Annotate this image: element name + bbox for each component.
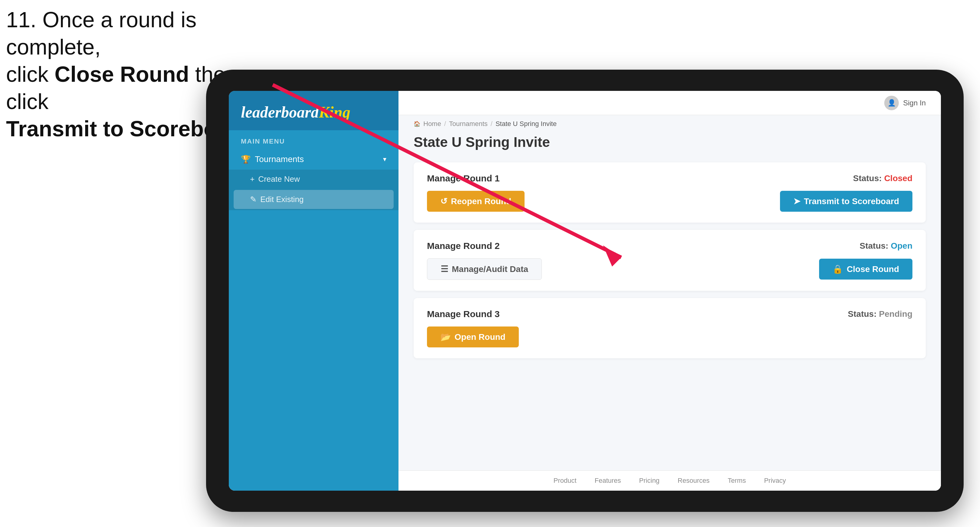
footer: Product Features Pricing Resources Terms… bbox=[398, 470, 941, 490]
tournaments-label: Tournaments bbox=[255, 154, 304, 164]
top-bar: 👤 Sign In bbox=[398, 91, 941, 115]
sign-in-label: Sign In bbox=[903, 99, 926, 107]
close-round-label: Close Round bbox=[847, 264, 899, 274]
tablet-screen: leaderboardKing MAIN MENU 🏆 Tournaments … bbox=[229, 91, 941, 490]
footer-pricing[interactable]: Pricing bbox=[639, 477, 659, 484]
home-icon: 🏠 bbox=[414, 121, 420, 127]
round-2-status: Status: Open bbox=[860, 241, 912, 251]
logo: leaderboardKing bbox=[241, 103, 387, 121]
breadcrumb-tournaments[interactable]: Tournaments bbox=[449, 120, 488, 128]
round-2-status-value: Open bbox=[891, 241, 912, 251]
manage-audit-button[interactable]: ☰ Manage/Audit Data bbox=[427, 258, 542, 280]
round-1-status: Status: Closed bbox=[853, 173, 912, 183]
plus-icon: + bbox=[250, 175, 255, 184]
sidebar: leaderboardKing MAIN MENU 🏆 Tournaments … bbox=[229, 91, 398, 490]
logo-part1: leaderboard bbox=[241, 103, 319, 121]
main-content: 👤 Sign In 🏠 Home / Tournaments / State U… bbox=[398, 91, 941, 490]
reopen-round-button[interactable]: ↺ Reopen Round bbox=[427, 191, 525, 212]
logo-area: leaderboardKing bbox=[229, 91, 398, 130]
round-3-section: Manage Round 3 Status: Pending 📂 Open Ro… bbox=[414, 298, 926, 358]
open-icon: 📂 bbox=[440, 332, 451, 342]
round-2-header: Manage Round 2 Status: Open bbox=[427, 241, 912, 251]
main-menu-label: MAIN MENU bbox=[229, 130, 398, 149]
round-2-title: Manage Round 2 bbox=[427, 241, 500, 251]
round-3-status: Status: Pending bbox=[848, 309, 912, 319]
reopen-icon: ↺ bbox=[440, 196, 447, 206]
round-1-status-value: Closed bbox=[884, 173, 912, 183]
sign-in-area[interactable]: 👤 Sign In bbox=[884, 96, 926, 110]
edit-icon: ✎ bbox=[250, 195, 257, 204]
breadcrumb-home[interactable]: Home bbox=[423, 120, 441, 128]
footer-product[interactable]: Product bbox=[553, 477, 576, 484]
transmit-icon: ➤ bbox=[793, 196, 800, 206]
instruction-line1: 11. Once a round is complete, bbox=[6, 8, 196, 59]
footer-resources[interactable]: Resources bbox=[678, 477, 710, 484]
round-3-status-value: Pending bbox=[879, 309, 912, 319]
sidebar-submenu: + Create New ✎ Edit Existing bbox=[229, 170, 398, 210]
breadcrumb: 🏠 Home / Tournaments / State U Spring In… bbox=[398, 115, 941, 128]
tablet-device: leaderboardKing MAIN MENU 🏆 Tournaments … bbox=[206, 70, 964, 512]
close-icon: 🔒 bbox=[832, 264, 843, 274]
footer-features[interactable]: Features bbox=[595, 477, 621, 484]
footer-privacy[interactable]: Privacy bbox=[764, 477, 786, 484]
open-round-button[interactable]: 📂 Open Round bbox=[427, 327, 519, 348]
round-2-section: Manage Round 2 Status: Open ☰ Manage/Aud… bbox=[414, 230, 926, 291]
logo-part2: King bbox=[319, 103, 350, 121]
edit-existing-label: Edit Existing bbox=[260, 195, 304, 204]
open-round-label: Open Round bbox=[455, 332, 506, 342]
round-1-actions: ↺ Reopen Round ➤ Transmit to Scoreboard bbox=[427, 191, 912, 212]
round-3-actions: 📂 Open Round bbox=[427, 327, 912, 348]
audit-icon: ☰ bbox=[441, 264, 448, 274]
transmit-scoreboard-button[interactable]: ➤ Transmit to Scoreboard bbox=[780, 191, 912, 212]
round-1-header: Manage Round 1 Status: Closed bbox=[427, 173, 912, 184]
reopen-round-label: Reopen Round bbox=[451, 197, 511, 206]
breadcrumb-sep-2: / bbox=[491, 120, 492, 128]
round-3-title: Manage Round 3 bbox=[427, 309, 500, 319]
breadcrumb-sep-1: / bbox=[444, 120, 446, 128]
avatar: 👤 bbox=[884, 96, 899, 110]
sidebar-item-create-new[interactable]: + Create New bbox=[229, 170, 398, 189]
transmit-scoreboard-label: Transmit to Scoreboard bbox=[804, 197, 899, 206]
round-3-header: Manage Round 3 Status: Pending bbox=[427, 309, 912, 319]
round-1-title: Manage Round 1 bbox=[427, 173, 500, 184]
round-1-section: Manage Round 1 Status: Closed ↺ Reopen R… bbox=[414, 162, 926, 222]
sidebar-item-edit-existing[interactable]: ✎ Edit Existing bbox=[234, 190, 394, 209]
close-round-button[interactable]: 🔒 Close Round bbox=[819, 259, 912, 279]
chevron-down-icon: ▾ bbox=[383, 156, 387, 163]
instruction-line2: click Close Round then click bbox=[6, 62, 237, 114]
footer-terms[interactable]: Terms bbox=[728, 477, 746, 484]
page-content: State U Spring Invite Manage Round 1 Sta… bbox=[398, 128, 941, 470]
instruction-bold1: Close Round bbox=[54, 62, 189, 86]
sidebar-item-tournaments[interactable]: 🏆 Tournaments ▾ bbox=[229, 149, 398, 170]
trophy-icon: 🏆 bbox=[241, 155, 251, 164]
page-title: State U Spring Invite bbox=[414, 134, 926, 150]
create-new-label: Create New bbox=[258, 175, 300, 184]
manage-audit-label: Manage/Audit Data bbox=[452, 264, 528, 274]
round-2-actions: ☰ Manage/Audit Data 🔒 Close Round bbox=[427, 258, 912, 280]
breadcrumb-current: State U Spring Invite bbox=[495, 120, 557, 128]
